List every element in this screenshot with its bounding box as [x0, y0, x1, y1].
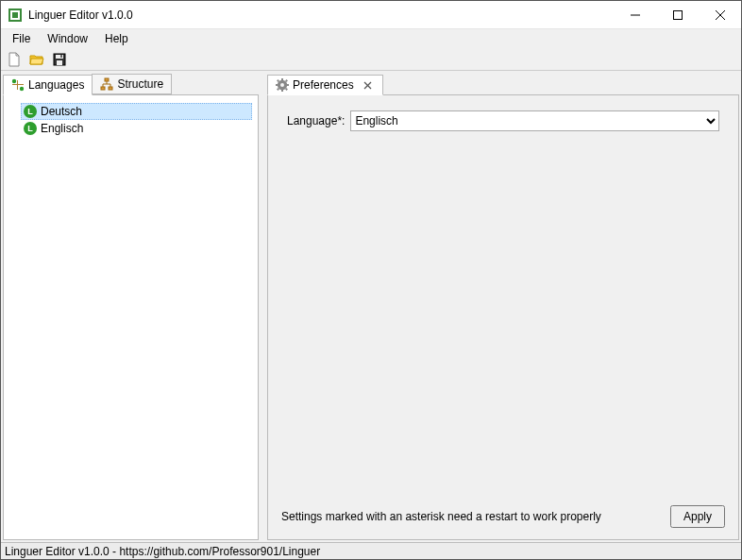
right-tabstrip: Preferences — [267, 73, 739, 95]
save-icon — [53, 53, 66, 66]
open-button[interactable] — [27, 50, 46, 69]
tab-structure-label: Structure — [117, 77, 163, 91]
languages-tree: L Deutsch L Englisch — [3, 95, 259, 540]
language-row: Language*: Englisch — [287, 110, 719, 131]
tab-languages-label: Languages — [28, 78, 84, 92]
structure-icon — [100, 77, 113, 91]
menu-window[interactable]: Window — [40, 31, 95, 46]
gear-icon — [276, 78, 289, 92]
language-label: Language*: — [287, 114, 345, 127]
statusbar-text: Linguer Editor v1.0.0 - https://github.c… — [5, 545, 320, 558]
restart-note: Settings marked with an asterisk need a … — [281, 510, 663, 523]
new-button[interactable] — [5, 50, 24, 69]
svg-rect-4 — [673, 10, 682, 19]
svg-rect-15 — [105, 78, 109, 81]
close-button[interactable] — [699, 1, 741, 29]
svg-rect-12 — [17, 80, 18, 90]
menu-file[interactable]: File — [5, 31, 38, 46]
toolbar — [1, 48, 741, 71]
languages-icon — [11, 78, 25, 92]
apply-button[interactable]: Apply — [670, 505, 725, 528]
tab-preferences[interactable]: Preferences — [267, 75, 383, 95]
preferences-panel: Language*: Englisch Settings marked with… — [267, 95, 739, 540]
svg-rect-21 — [276, 84, 278, 86]
svg-point-14 — [20, 87, 24, 91]
svg-rect-10 — [60, 55, 62, 58]
menubar: File Window Help — [1, 29, 741, 48]
save-button[interactable] — [50, 50, 69, 69]
language-select[interactable]: Englisch — [350, 110, 719, 131]
open-folder-icon — [29, 53, 44, 66]
new-file-icon — [8, 52, 21, 67]
language-icon: L — [24, 122, 37, 135]
svg-rect-2 — [12, 12, 18, 18]
tab-close-button[interactable] — [362, 78, 375, 92]
minimize-button[interactable] — [614, 1, 656, 29]
preferences-footer: Settings marked with an asterisk need a … — [274, 500, 733, 534]
svg-rect-22 — [286, 84, 289, 86]
right-pane: Preferences Language*: Englisch — [265, 71, 741, 542]
tab-preferences-label: Preferences — [293, 78, 354, 92]
tree-item[interactable]: L Deutsch — [21, 103, 252, 120]
left-pane: Languages Structure — [1, 71, 261, 542]
maximize-button[interactable] — [656, 1, 699, 29]
tree-item-label: Englisch — [41, 122, 83, 135]
svg-rect-20 — [281, 89, 283, 92]
menu-help[interactable]: Help — [97, 31, 136, 46]
titlebar: Linguer Editor v1.0.0 — [1, 1, 741, 29]
svg-rect-17 — [109, 87, 112, 90]
main-body: Languages Structure — [1, 71, 741, 542]
close-icon — [363, 81, 372, 90]
statusbar: Linguer Editor v1.0.0 - https://github.c… — [1, 542, 741, 559]
language-icon: L — [24, 105, 37, 118]
svg-point-27 — [280, 83, 284, 87]
svg-rect-19 — [281, 78, 283, 81]
svg-point-13 — [12, 79, 16, 83]
svg-rect-16 — [101, 87, 105, 90]
tab-structure[interactable]: Structure — [92, 74, 172, 94]
svg-rect-9 — [57, 60, 62, 65]
left-tabstrip: Languages Structure — [3, 73, 259, 95]
tree-item-label: Deutsch — [41, 105, 82, 118]
window-title: Linguer Editor v1.0.0 — [28, 8, 614, 22]
preferences-form: Language*: Englisch — [274, 101, 733, 500]
tree-item[interactable]: L Englisch — [21, 120, 252, 137]
app-window: Linguer Editor v1.0.0 File Window Help — [0, 0, 742, 560]
app-icon — [8, 8, 22, 22]
tab-languages[interactable]: Languages — [3, 75, 93, 95]
